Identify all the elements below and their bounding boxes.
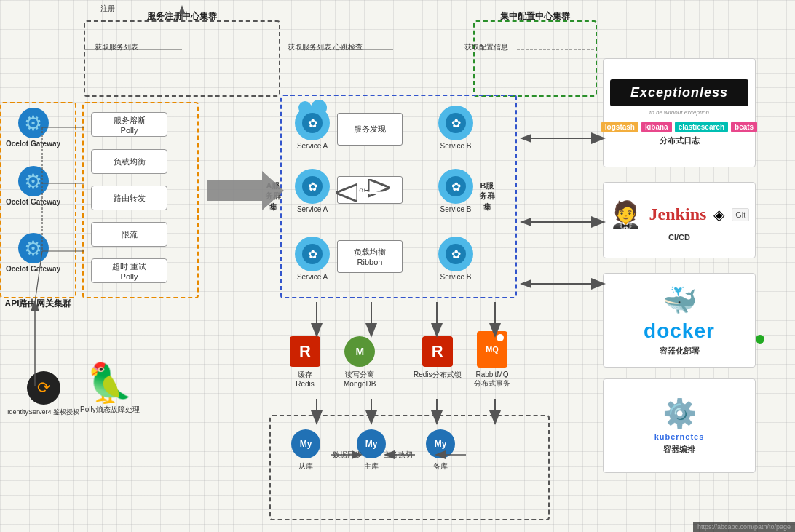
- git-label: Git: [732, 208, 749, 221]
- api-gateway-label: API路由网关集群: [4, 298, 71, 310]
- service-b-row2: ✿ Service B: [438, 169, 473, 213]
- cicd-panel: 🤵 Jenkins ◈ Git CI/CD: [603, 182, 756, 258]
- kibana-badge: kibana: [641, 122, 672, 132]
- mongodb-icon: M 读写分离MongoDB: [344, 336, 376, 388]
- register-annotation: 注册: [100, 4, 115, 14]
- redis-distributed-icon: R Redis分布式锁: [414, 336, 462, 380]
- mysql-slave-icon: My 从库: [291, 429, 320, 472]
- middleware-circuit-breaker: 服务熔断Polly: [91, 112, 167, 137]
- identity-icon: ⟳: [27, 371, 60, 405]
- service-a-row1-label: Service A: [297, 142, 328, 150]
- service-a-row2-label: Service A: [297, 205, 328, 213]
- identity-server: ⟳ IdentityServer4 鉴权授权: [7, 371, 79, 417]
- gateway-2: Ocelot Gateway: [6, 166, 60, 206]
- redis-icon: R 缓存Redis: [290, 336, 320, 388]
- gateway-2-icon: [18, 166, 49, 196]
- docker-whale-icon: 🐳: [662, 285, 697, 317]
- data-sync-label: 数据同步: [333, 450, 362, 460]
- rabbitmq-icon: MQ RabbitMQ分布式事务: [474, 331, 510, 389]
- service-a-row3: ✿ Service A: [295, 237, 330, 281]
- exceptionless-panel: Exceptionless to be without exception lo…: [603, 58, 756, 167]
- green-status-dot: [756, 335, 764, 344]
- mysql-master-label: 主库: [364, 461, 379, 472]
- a-group-label: A服务群集: [265, 180, 281, 212]
- service-registry-label: 服务注册中心集群: [147, 10, 217, 23]
- beats-badge: beats: [731, 122, 757, 132]
- fetch-list-check-annotation: 获取服务列表 心跳检查: [288, 42, 363, 52]
- polly-parrot-icon: 🦜: [86, 364, 133, 402]
- jenkins-row: 🤵 Jenkins ◈ Git: [609, 199, 750, 230]
- service-b-row1-label: Service B: [440, 142, 472, 150]
- docker-panel: 🐳 docker 容器化部署: [603, 273, 756, 368]
- fetch-list-annotation: 获取服务列表: [95, 42, 138, 52]
- cicd-label: CI/CD: [668, 233, 690, 242]
- gateway-1-label: Ocelot Gateway: [6, 140, 60, 148]
- jenkins-logo-text: Jenkins: [649, 205, 707, 224]
- k8s-wheel-icon: ⚙️: [662, 397, 697, 429]
- docker-logo-text: docker: [644, 319, 715, 343]
- mysql-backup-icon: My 备库: [426, 429, 455, 472]
- identity-label: IdentityServer4 鉴权授权: [7, 408, 79, 417]
- polly-label: Polly熵态故障处理: [80, 405, 140, 415]
- middleware-timeout-retry: 超时 重试Polly: [91, 258, 167, 283]
- exceptionless-subtitle: to be without exception: [649, 109, 709, 116]
- config-center-region: 集中配置中心集群: [473, 20, 597, 97]
- service-a-row3-label: Service A: [297, 273, 328, 281]
- logstash-badge: logstash: [601, 122, 638, 132]
- middleware-rate-limit: 限流: [91, 222, 167, 247]
- docker-label: 容器化部署: [660, 346, 700, 357]
- ribbon-box: 负载均衡Ribbon: [337, 240, 403, 273]
- elastic-badge: elasticsearch: [675, 122, 728, 132]
- mysql-slave-logo: My: [291, 429, 320, 458]
- master-backup-label: 主备热切: [384, 450, 413, 460]
- service-a-row2: ✿ Service A: [295, 169, 330, 213]
- kubernetes-panel: ⚙️ kubernetes 容器编排: [603, 378, 756, 473]
- gateway-3: Ocelot Gateway: [6, 233, 60, 273]
- config-center-label: 集中配置中心集群: [500, 10, 570, 23]
- jenkins-icon: 🤵: [609, 199, 642, 230]
- url-bar: https://abcabc.com/path/to/page: [693, 522, 795, 532]
- elk-logos: logstash kibana elasticsearch beats: [601, 122, 757, 132]
- b-group-label: B服务群集: [479, 180, 495, 212]
- grpc-box: gRPC: [337, 176, 403, 204]
- fetch-config-annotation: 获取配置信息: [464, 42, 508, 52]
- service-b-row1: ✿ Service B: [438, 106, 473, 150]
- middleware-load-balance: 负载均衡: [91, 149, 167, 174]
- mysql-backup-label: 备库: [433, 461, 448, 472]
- k8s-section-label: 容器编排: [663, 444, 695, 455]
- gateway-1-icon: [18, 108, 49, 138]
- mysql-slave-label: 从库: [298, 461, 313, 472]
- gateway-3-icon: [18, 233, 49, 263]
- polly-component: 🦜 Polly熵态故障处理: [80, 364, 140, 415]
- service-a-row1: ✿ Service A: [295, 106, 330, 150]
- gateway-2-label: Ocelot Gateway: [6, 198, 60, 206]
- architecture-diagram: 服务注册中心集群 集中配置中心集群 API路由网关集群 注册 获取服务列表 获取…: [0, 0, 795, 532]
- mysql-backup-logo: My: [426, 429, 455, 458]
- git-icon: ◈: [713, 206, 724, 223]
- service-b-row3-label: Service B: [440, 273, 472, 281]
- service-registry-region: 服务注册中心集群: [84, 20, 280, 97]
- gateway-1: Ocelot Gateway: [6, 108, 60, 148]
- middleware-routing: 路由转发: [91, 186, 167, 210]
- service-b-row3: ✿ Service B: [438, 237, 473, 281]
- k8s-logo-text: kubernetes: [654, 432, 705, 441]
- service-b-row2-label: Service B: [440, 205, 472, 213]
- distributed-log-label: 分布式日志: [660, 135, 700, 146]
- service-discovery-box: 服务发现: [337, 113, 403, 146]
- exceptionless-logo: Exceptionless: [610, 79, 748, 106]
- gateway-3-label: Ocelot Gateway: [6, 265, 60, 273]
